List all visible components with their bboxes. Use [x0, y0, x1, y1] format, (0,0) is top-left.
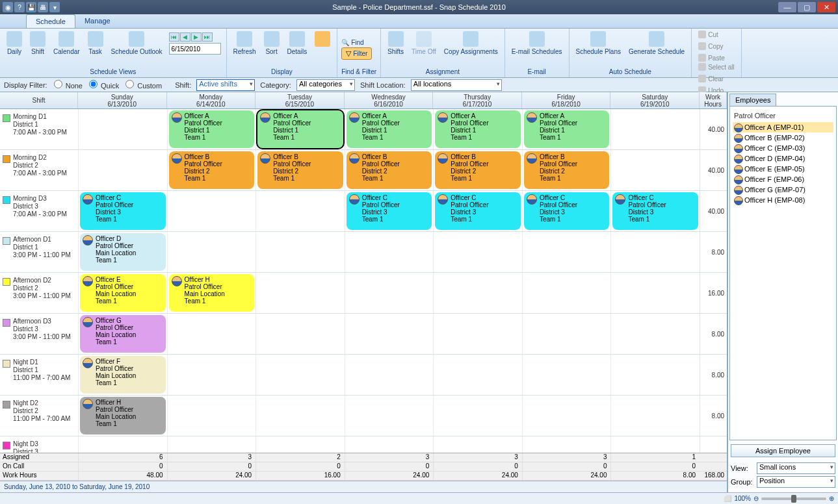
shift-label-cell[interactable]: Afternoon D2District 23:00 PM - 11:00 PM: [0, 273, 78, 313]
day-cell[interactable]: [433, 396, 522, 436]
day-cell[interactable]: [78, 109, 167, 149]
copy-assignments-button[interactable]: Copy Assignments: [441, 30, 501, 57]
schedule-plans-button[interactable]: Schedule Plans: [573, 30, 624, 57]
assignment-block[interactable]: Officer EPatrol OfficerMain LocationTeam…: [80, 274, 166, 312]
header-hours[interactable]: Work Hours: [700, 92, 727, 108]
refresh-button[interactable]: Refresh: [231, 30, 259, 57]
day-cell[interactable]: [167, 436, 256, 453]
day-cell[interactable]: [167, 396, 256, 436]
day-cell[interactable]: [167, 314, 256, 354]
shift-label-cell[interactable]: Night D1District 111:00 PM - 7:00 AM: [0, 355, 78, 395]
day-cell[interactable]: [345, 232, 434, 272]
employee-item[interactable]: Officer C (EMP-03): [733, 143, 833, 153]
filter-none-radio[interactable]: None: [53, 80, 83, 90]
shift-label-cell[interactable]: Afternoon D3District 33:00 PM - 11:00 PM: [0, 314, 78, 354]
day-cell[interactable]: [433, 232, 522, 272]
date-nav-arrows[interactable]: ⏮◀▶⏭: [169, 32, 221, 42]
day-cell[interactable]: [167, 191, 256, 231]
timeoff-button[interactable]: Time Off: [409, 30, 439, 57]
day-cell[interactable]: [255, 191, 345, 231]
day-cell[interactable]: [522, 436, 611, 453]
clear-button[interactable]: Clear: [696, 74, 726, 83]
assignment-block[interactable]: Officer APatrol OfficerDistrict 1Team 1: [524, 110, 610, 148]
day-cell[interactable]: [433, 273, 522, 313]
day-cell[interactable]: [610, 150, 700, 190]
assignment-block[interactable]: Officer HPatrol OfficerMain LocationTeam…: [80, 397, 166, 435]
day-cell[interactable]: [522, 355, 611, 395]
employee-item[interactable]: Officer B (EMP-02): [733, 132, 833, 143]
day-cell[interactable]: [610, 355, 700, 395]
day-cell[interactable]: [610, 273, 700, 313]
assignment-block[interactable]: Officer APatrol OfficerDistrict 1Team 1: [435, 110, 521, 148]
shift-label-cell[interactable]: Morning D3District 37:00 AM - 3:00 PM: [0, 191, 78, 231]
date-input[interactable]: [169, 43, 221, 55]
day-cell[interactable]: [345, 396, 434, 436]
header-day-wed[interactable]: Wednesday6/16/2010: [345, 92, 434, 108]
employee-item[interactable]: Officer D (EMP-04): [733, 153, 833, 164]
employees-tab[interactable]: Employees: [729, 94, 776, 106]
day-cell[interactable]: [610, 436, 700, 453]
day-cell[interactable]: [522, 314, 611, 354]
daily-view-button[interactable]: Daily: [4, 30, 25, 57]
day-cell[interactable]: Officer CPatrol OfficerDistrict 3Team 1: [522, 191, 611, 231]
details-toggle-icon[interactable]: [312, 30, 333, 49]
outlook-view-button[interactable]: Schedule Outlook: [109, 30, 165, 57]
day-cell[interactable]: [610, 314, 700, 354]
day-cell[interactable]: [255, 314, 345, 354]
shift-label-cell[interactable]: Night D3District 311:00 PM - 7:00 AM: [0, 436, 78, 453]
day-cell[interactable]: Officer BPatrol OfficerDistrict 2Team 1: [255, 150, 345, 190]
day-cell[interactable]: [345, 355, 434, 395]
day-cell[interactable]: Officer APatrol OfficerDistrict 1Team 1: [345, 109, 434, 149]
assignment-block[interactable]: Officer CPatrol OfficerDistrict 3Team 1: [435, 192, 521, 230]
day-cell[interactable]: Officer CPatrol OfficerDistrict 3Team 1: [78, 191, 167, 231]
assignment-block[interactable]: Officer APatrol OfficerDistrict 1Team 1: [347, 110, 432, 148]
qa-save-icon[interactable]: 💾: [26, 2, 36, 12]
header-day-mon[interactable]: Monday6/14/2010: [167, 92, 256, 108]
day-cell[interactable]: [255, 232, 345, 272]
day-cell[interactable]: Officer BPatrol OfficerDistrict 2Team 1: [433, 150, 522, 190]
employee-item[interactable]: Officer H (EMP-08): [733, 195, 833, 205]
day-cell[interactable]: [345, 273, 434, 313]
tab-schedule[interactable]: Schedule: [26, 14, 75, 28]
day-cell[interactable]: [345, 436, 434, 453]
employee-item[interactable]: Officer F (EMP-06): [733, 174, 833, 184]
assignment-block[interactable]: Officer DPatrol OfficerMain LocationTeam…: [80, 233, 166, 271]
assign-employee-button[interactable]: Assign Employee: [731, 444, 835, 457]
sort-button[interactable]: Sort: [261, 30, 282, 57]
day-cell[interactable]: [522, 232, 611, 272]
shift-label-cell[interactable]: Morning D1District 17:00 AM - 3:00 PM: [0, 109, 78, 149]
calendar-view-button[interactable]: Calendar: [51, 30, 83, 57]
header-day-sun[interactable]: Sunday6/13/2010: [78, 92, 167, 108]
day-cell[interactable]: [78, 436, 167, 453]
filter-quick-radio[interactable]: Quick: [88, 80, 119, 90]
location-filter-combo[interactable]: All locations: [411, 79, 502, 91]
day-cell[interactable]: Officer DPatrol OfficerMain LocationTeam…: [78, 232, 167, 272]
day-cell[interactable]: [610, 109, 700, 149]
close-button[interactable]: ✕: [817, 2, 835, 12]
day-cell[interactable]: Officer APatrol OfficerDistrict 1Team 1: [255, 109, 345, 149]
maximize-button[interactable]: ▢: [798, 2, 816, 12]
employee-item[interactable]: Officer A (EMP-01): [733, 122, 833, 132]
assignment-block[interactable]: Officer BPatrol OfficerDistrict 2Team 1: [169, 151, 255, 189]
assignment-block[interactable]: Officer APatrol OfficerDistrict 1Team 1: [169, 110, 255, 148]
assignment-block[interactable]: Officer APatrol OfficerDistrict 1Team 1: [257, 110, 343, 148]
shift-filter-combo[interactable]: Active shifts: [196, 79, 255, 91]
qa-orb-icon[interactable]: ◉: [3, 2, 13, 12]
paste-button[interactable]: Paste: [696, 53, 727, 62]
employee-item[interactable]: Officer E (EMP-05): [733, 164, 833, 174]
assignment-block[interactable]: Officer FPatrol OfficerMain LocationTeam…: [80, 356, 166, 394]
day-cell[interactable]: Officer HPatrol OfficerMain LocationTeam…: [78, 396, 167, 436]
day-cell[interactable]: [433, 314, 522, 354]
day-cell[interactable]: Officer CPatrol OfficerDistrict 3Team 1: [610, 191, 700, 231]
day-cell[interactable]: [522, 273, 611, 313]
copy-button[interactable]: Copy: [696, 42, 726, 51]
cut-button[interactable]: Cut: [696, 30, 721, 39]
tab-manage[interactable]: Manage: [75, 14, 120, 28]
day-cell[interactable]: Officer GPatrol OfficerMain LocationTeam…: [78, 314, 167, 354]
find-button[interactable]: 🔍Find: [341, 39, 363, 46]
day-cell[interactable]: Officer FPatrol OfficerMain LocationTeam…: [78, 355, 167, 395]
category-filter-combo[interactable]: All categories: [296, 79, 355, 91]
day-cell[interactable]: [433, 436, 522, 453]
view-combo[interactable]: Small icons: [757, 462, 835, 474]
day-cell[interactable]: Officer CPatrol OfficerDistrict 3Team 1: [433, 191, 522, 231]
